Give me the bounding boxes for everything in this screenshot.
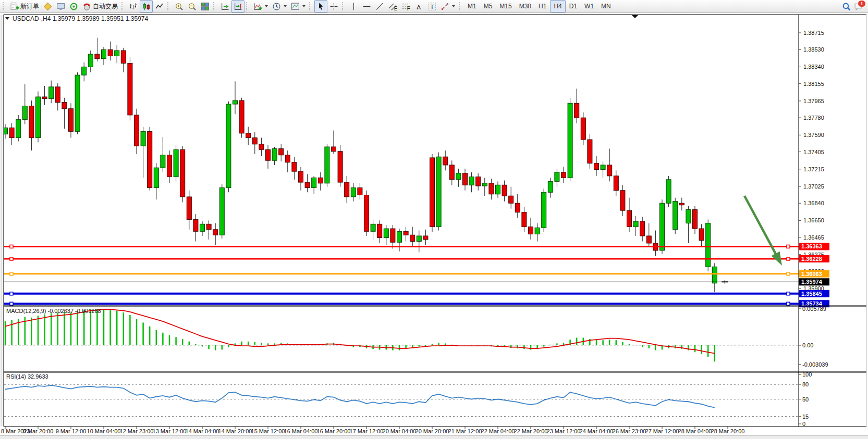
price-tick-label: 1.37405 (803, 149, 824, 155)
bear-candle (135, 115, 139, 146)
bear-candle (561, 172, 566, 178)
support-line-blue-1-handle[interactable] (10, 292, 13, 295)
tf-h4-button[interactable]: H4 (550, 0, 565, 12)
tf-m30-button[interactable]: M30 (516, 0, 535, 12)
text-label-button[interactable]: T (425, 0, 438, 12)
tf-m1-button[interactable]: M1 (464, 0, 480, 12)
svg-text:F: F (407, 5, 410, 11)
toolbar-grip[interactable] (459, 2, 462, 10)
fibonacci-retracement-button[interactable]: F (399, 0, 412, 12)
bar-chart-button[interactable] (127, 0, 140, 12)
tf-h1-button[interactable]: H1 (535, 0, 550, 12)
bear-candle (332, 147, 336, 152)
bear-candle (29, 106, 34, 137)
chart-shift-icon (234, 2, 242, 11)
search-button[interactable] (842, 2, 851, 11)
tf-mn-button[interactable]: MN (597, 0, 615, 12)
resistance-line-1-handle[interactable] (787, 245, 790, 248)
toolbar-grip[interactable] (342, 2, 345, 10)
svg-text:A: A (417, 3, 421, 10)
tf-w1-label: W1 (584, 3, 594, 10)
support-line-blue-1-handle[interactable] (787, 292, 790, 295)
price-chart-canvas[interactable]: 1.387151.385301.383401.381551.379651.377… (0, 13, 868, 439)
bear-candle (299, 171, 303, 182)
bear-candle (279, 148, 284, 155)
support-line-orange-handle[interactable] (787, 272, 790, 275)
tile-windows-button[interactable] (199, 0, 212, 12)
support-line-orange-handle[interactable] (10, 272, 13, 275)
bear-candle (285, 155, 290, 162)
chart-shift-button[interactable] (231, 0, 244, 12)
cursor-button[interactable] (314, 0, 327, 12)
periods-caret-icon (284, 5, 287, 7)
bear-candle (193, 220, 198, 232)
bear-candle (213, 230, 218, 235)
toolbar-grip[interactable] (3, 2, 6, 10)
bull-candle (36, 97, 41, 138)
zoom-in-button[interactable] (173, 0, 186, 12)
vertical-line-icon (349, 2, 358, 11)
equidistant-channel-button[interactable]: E (386, 0, 399, 12)
market-watch-button[interactable] (54, 0, 67, 12)
tf-w1-button[interactable]: W1 (581, 0, 597, 12)
svg-text:1.35845: 1.35845 (801, 291, 822, 297)
tf-h4-label: H4 (554, 3, 561, 10)
zoom-out-button[interactable] (186, 0, 199, 12)
status-bar (0, 436, 868, 439)
resistance-line-2-handle[interactable] (10, 257, 13, 260)
trendline-button[interactable] (373, 0, 386, 12)
charts-button[interactable] (41, 0, 54, 12)
crosshair-icon (329, 2, 338, 11)
support-line-blue-2-handle[interactable] (787, 302, 790, 305)
vertical-line-button[interactable] (347, 0, 360, 12)
resistance-line-2-handle[interactable] (787, 257, 790, 260)
notifications-button[interactable]: 1 (854, 2, 863, 11)
toolbar-grip[interactable] (167, 2, 170, 10)
arrows-button[interactable] (438, 0, 457, 12)
tf-m15-button[interactable]: M15 (496, 0, 515, 12)
toolbar-grip[interactable] (246, 2, 249, 10)
toolbar-grip[interactable] (121, 2, 125, 10)
crosshair-button[interactable] (327, 0, 340, 12)
horizontal-line-icon (362, 2, 371, 11)
toolbar-grip[interactable] (309, 2, 312, 10)
macd-axis-label: 0.00 (802, 342, 813, 348)
market-watch-icon (56, 2, 65, 11)
indicators-list-button[interactable] (251, 0, 270, 12)
new-order-button[interactable]: 新订单 (8, 0, 41, 12)
signals-button[interactable] (67, 0, 80, 12)
bear-candle (364, 195, 369, 231)
tf-m5-label: M5 (484, 3, 493, 10)
line-chart-button[interactable] (153, 0, 166, 12)
auto-trading-button[interactable]: 自动交易 (80, 0, 120, 12)
time-axis[interactable]: 8 Mar 20238 Mar 20:009 Mar 12:0010 Mar 0… (1, 427, 744, 434)
tf-m5-button[interactable]: M5 (480, 0, 496, 12)
bear-candle (187, 197, 191, 220)
bull-candle (49, 87, 54, 99)
bull-candle (325, 147, 329, 183)
bear-candle (246, 133, 251, 138)
auto-scroll-button[interactable] (218, 0, 231, 12)
time-tick-label: 12 Mar 23:00 (120, 428, 154, 434)
resistance-line-1-handle[interactable] (10, 245, 13, 248)
bull-candle (312, 178, 316, 187)
bear-candle (42, 97, 47, 98)
periods-button[interactable] (270, 0, 289, 12)
candlestick-chart-button[interactable] (140, 0, 153, 12)
tf-d1-button[interactable]: D1 (566, 0, 581, 12)
time-tick-label: 10 Mar 04:00 (87, 428, 121, 434)
bull-candle (535, 228, 540, 234)
rsi-axis-label: 15 (802, 413, 809, 420)
templates-button[interactable] (289, 0, 308, 12)
support-line-blue-2-handle[interactable] (10, 302, 13, 305)
svg-text:E: E (394, 4, 397, 10)
horizontal-line-button[interactable] (360, 0, 373, 12)
notification-badge: 1 (858, 0, 866, 7)
bear-candle (476, 177, 481, 186)
toolbar-grip[interactable] (213, 2, 216, 10)
price-tick-label: 1.37780 (803, 115, 824, 121)
text-button[interactable]: A (412, 0, 425, 12)
templates-icon (291, 2, 300, 11)
bear-candle (167, 155, 172, 177)
arrows-icon (441, 2, 449, 11)
